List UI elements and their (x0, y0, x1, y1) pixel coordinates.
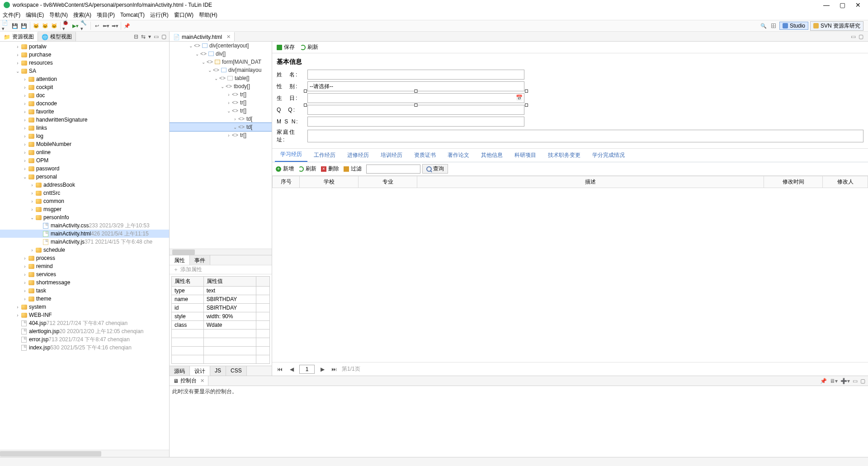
editor-maximize-icon[interactable]: ▢ (859, 33, 863, 40)
tree-node[interactable]: ›password (0, 165, 169, 173)
close-console-icon[interactable]: ✕ (200, 378, 204, 384)
name-field[interactable] (307, 70, 524, 80)
tab-events[interactable]: 事件 (190, 255, 210, 265)
console-tab[interactable]: 🖥 控制台 ✕ (170, 376, 208, 386)
tree-node[interactable]: ⌄SA (0, 67, 169, 75)
menu-search[interactable]: 搜索(A) (73, 11, 91, 19)
subtab[interactable]: 著作论文 (442, 149, 475, 162)
tree-node[interactable]: mainActivity.css 233 2021/3/29 上午10:53 (0, 221, 169, 230)
grid-delete-button[interactable]: ×删除 (321, 165, 339, 173)
grid-search-input[interactable] (366, 165, 420, 174)
tree-node[interactable]: ›services (0, 270, 169, 278)
link-editor-icon[interactable]: ⇆ (141, 33, 146, 40)
tab-model-view[interactable]: 🌐模型视图 (38, 32, 76, 41)
outline-node[interactable]: ›<>tr[] (170, 131, 272, 139)
tree-node[interactable]: error.jsp 713 2021/7/24 下午8:47 chenqian (0, 335, 169, 344)
tree-node[interactable]: ›doc (0, 91, 169, 99)
subtab[interactable]: 其他信息 (476, 149, 508, 162)
menu-edit[interactable]: 编辑(E) (26, 11, 44, 19)
properties-table[interactable]: 属性名 属性值 typetextnameSBIRTHDAYidSBIRTHDAY… (171, 276, 270, 364)
tree-node[interactable]: ›cnttSrc (0, 189, 169, 197)
tree-node[interactable]: ›system (0, 303, 169, 311)
debug-dropdown-icon[interactable]: 🐞▾ (62, 22, 71, 30)
back-history-icon[interactable]: ⬅▾ (102, 22, 110, 30)
new-dropdown-icon[interactable]: 📄▾ (2, 22, 10, 30)
menu-help[interactable]: 帮助(H) (199, 11, 217, 19)
console-new-icon[interactable]: ➕▾ (840, 378, 850, 384)
tree-node[interactable]: ›WEB-INF (0, 311, 169, 319)
outline-node[interactable]: ›<>td[ (170, 115, 272, 123)
editor-minimize-icon[interactable]: ▭ (851, 33, 856, 40)
dom-outline-tree[interactable]: ⌄<>div[centerlayout]⌄<>div[]⌄<>form[MAIN… (170, 42, 272, 249)
subtab[interactable]: 资质证书 (409, 149, 441, 162)
menu-window[interactable]: 窗口(W) (174, 11, 193, 19)
preview-refresh-button[interactable]: 刷新 (300, 43, 318, 51)
grid-col-header[interactable]: 描述 (417, 176, 764, 188)
perspective-studio[interactable]: Studio (779, 22, 808, 30)
tree-node[interactable]: index.jsp 530 2021/5/25 下午4:16 chenqian (0, 344, 169, 352)
tree-node[interactable]: 404.jsp 712 2021/7/24 下午8:47 chenqian (0, 319, 169, 327)
tree-node[interactable]: ›MobileNumber (0, 140, 169, 148)
tree-node[interactable]: mainActivity.js 371 2021/4/15 下午6:48 che (0, 238, 169, 246)
tree-node[interactable]: ›log (0, 132, 169, 140)
property-row[interactable]: stylewidth: 90% (172, 312, 270, 321)
collapse-all-icon[interactable]: ⊟ (134, 33, 138, 40)
project-tree[interactable]: ›portalw›purchase›resources⌄SA›attention… (0, 42, 169, 450)
tree-node[interactable]: ›docnode (0, 99, 169, 108)
subtab[interactable]: 科研项目 (509, 149, 542, 162)
fwd-history-icon[interactable]: ➡▾ (111, 22, 119, 30)
tree-node[interactable]: ›task (0, 287, 169, 295)
tomcat-restart-icon[interactable]: 🐱 (50, 22, 58, 30)
window-close-icon[interactable]: ✕ (855, 1, 861, 9)
outline-node[interactable]: ›<>tr[] (170, 99, 272, 107)
grid-refresh-button[interactable]: 刷新 (298, 165, 316, 173)
subtab[interactable]: 技术职务变更 (542, 149, 586, 162)
console-max-icon[interactable]: ▢ (860, 378, 865, 384)
grid-col-header[interactable]: 修改时间 (764, 176, 823, 188)
grid-col-header[interactable]: 学校 (300, 176, 359, 188)
last-edit-icon[interactable]: ↩ (93, 22, 101, 30)
outline-node[interactable]: ⌄<>tr[] (170, 107, 272, 115)
tree-node[interactable]: ›links (0, 124, 169, 132)
grid-col-header[interactable]: 修改人 (823, 176, 868, 188)
search-icon[interactable]: 🔍 (760, 22, 768, 30)
close-tab-icon[interactable]: ✕ (226, 34, 231, 40)
tree-node[interactable]: ›online (0, 148, 169, 156)
tab-js[interactable]: JS (210, 366, 226, 376)
preview-save-button[interactable]: 保存 (277, 43, 295, 51)
tree-node[interactable]: ›process (0, 254, 169, 262)
maximize-view-icon[interactable]: ▢ (161, 33, 166, 40)
subtab[interactable]: 学分完成情况 (587, 149, 630, 162)
outline-node[interactable]: ⌄<>tbody[] (170, 82, 272, 90)
save-icon[interactable]: 💾 (11, 22, 19, 30)
tree-node[interactable]: ›favorite (0, 108, 169, 116)
msn-field[interactable] (307, 117, 524, 127)
outline-node[interactable]: ›<>tr[] (170, 90, 272, 99)
outline-hscrollbar[interactable] (170, 249, 272, 255)
console-display-icon[interactable]: 🖥▾ (830, 378, 838, 384)
property-row[interactable]: idSBIRTHDAY (172, 304, 270, 312)
tree-node[interactable]: ›purchase (0, 51, 169, 59)
view-menu-icon[interactable]: ▾ (148, 33, 151, 40)
open-perspective-icon[interactable] (769, 22, 778, 30)
outline-node[interactable]: ⌄<>div[mainlayou (170, 66, 272, 74)
tree-node[interactable]: ›attention (0, 75, 169, 83)
pin-editor-icon[interactable]: 📌 (123, 22, 131, 30)
pager-last-icon[interactable]: ⏭ (330, 365, 338, 373)
pager-prev-icon[interactable]: ◀ (288, 365, 296, 373)
menu-navigate[interactable]: 导航(N) (49, 11, 68, 19)
property-row[interactable]: nameSBIRTHDAY (172, 295, 270, 304)
tree-node[interactable]: ›portalw (0, 42, 169, 51)
tree-node[interactable]: ›remind (0, 262, 169, 270)
grid-search-button[interactable]: 查询 (422, 164, 448, 174)
editor-tab-mainactivity[interactable]: 📄 mainActivity.html ✕ (170, 32, 235, 41)
tab-properties[interactable]: 属性 (170, 255, 190, 265)
add-property-button[interactable]: ＋添加属性 (170, 265, 272, 274)
tree-node[interactable]: ›msgper (0, 205, 169, 213)
console-pin-icon[interactable]: 📌 (820, 378, 827, 384)
menu-file[interactable]: 文件(F) (3, 11, 20, 19)
menu-tomcat[interactable]: Tomcat(T) (120, 12, 145, 18)
tree-node[interactable]: ›shortmessage (0, 278, 169, 287)
outline-node[interactable]: ⌄<>div[] (170, 50, 272, 58)
outline-node[interactable]: ⌄<>form[MAIN_DAT (170, 58, 272, 66)
